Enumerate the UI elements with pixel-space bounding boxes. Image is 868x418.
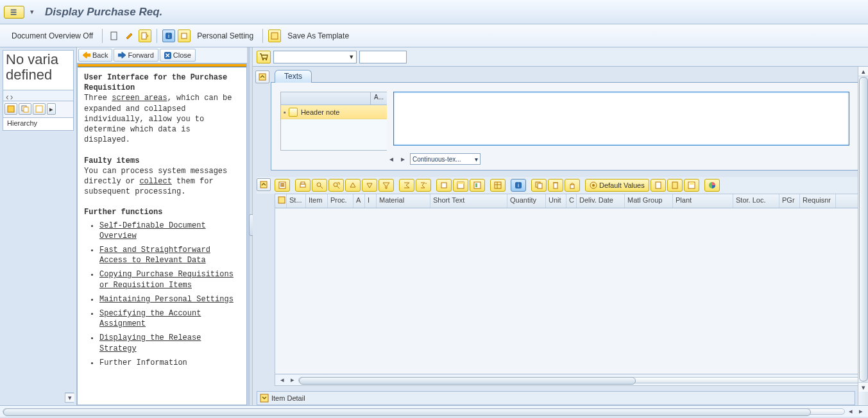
- expand-detail-icon[interactable]: [260, 394, 269, 403]
- subtotal-icon[interactable]: [416, 179, 431, 192]
- help-bullet[interactable]: Specifying the Account Assignment: [99, 309, 201, 328]
- pr-type-select[interactable]: ▾: [273, 51, 357, 63]
- col-date-cat[interactable]: C: [566, 194, 577, 208]
- tab-texts[interactable]: Texts: [275, 70, 312, 83]
- vscroll-thumb[interactable]: [859, 77, 868, 381]
- bottom-hscroll[interactable]: ◂ ▸: [0, 405, 868, 417]
- hscroll-thumb[interactable]: [3, 408, 811, 416]
- col-quantity[interactable]: Quantity: [507, 194, 546, 208]
- pr-number-input[interactable]: [359, 51, 407, 63]
- scroll-right-icon[interactable]: ▸: [856, 407, 865, 415]
- col-unit[interactable]: Unit: [546, 194, 566, 208]
- scroll-down-icon[interactable]: ▾: [858, 382, 868, 392]
- default-values-button[interactable]: Default Values: [585, 179, 649, 192]
- col-deliv-date[interactable]: Deliv. Date: [577, 194, 625, 208]
- filter-icon[interactable]: [379, 179, 394, 192]
- item-grid[interactable]: St... Item Proc. A I Material Short Text…: [275, 194, 864, 386]
- export-icon[interactable]: [436, 179, 452, 192]
- services-icon[interactable]: [667, 179, 683, 192]
- text-format-select[interactable]: Continuous-tex...▾: [410, 153, 481, 165]
- scroll-right-icon[interactable]: ▸: [398, 155, 407, 163]
- find-icon[interactable]: [312, 179, 327, 192]
- edit-icon[interactable]: [123, 29, 136, 42]
- note-type-list[interactable]: A... ▪ Header note: [280, 92, 387, 151]
- grid-body[interactable]: [275, 208, 864, 374]
- col-material[interactable]: Material: [377, 194, 430, 208]
- col-item-cat[interactable]: I: [365, 194, 377, 208]
- col-matl-group[interactable]: Matl Group: [625, 194, 673, 208]
- col-item[interactable]: Item: [306, 194, 328, 208]
- col-pgr[interactable]: PGr: [779, 194, 800, 208]
- scroll-right-icon[interactable]: ›: [10, 92, 13, 99]
- select-layout-list-icon[interactable]: [470, 179, 485, 192]
- forward-button[interactable]: Forward: [114, 49, 158, 62]
- col-stor-loc[interactable]: Stor. Loc.: [733, 194, 779, 208]
- col-short-text[interactable]: Short Text: [430, 194, 507, 208]
- help-bullet[interactable]: Self-Definable Document Overview: [99, 221, 206, 240]
- header-collapse-icon[interactable]: [255, 71, 269, 83]
- personal-setting-icon[interactable]: [178, 29, 191, 42]
- lock-item-icon[interactable]: [565, 179, 580, 192]
- help-bullet[interactable]: Further Information: [99, 358, 187, 367]
- help-bullet[interactable]: Copying Purchase Requisitions or Requisi…: [99, 270, 234, 289]
- save-as-template-button[interactable]: Save As Template: [284, 30, 353, 42]
- scroll-right-icon[interactable]: ▸: [288, 376, 297, 384]
- content-vscroll[interactable]: ▴ ▾: [858, 67, 868, 405]
- menu-icon[interactable]: [4, 6, 24, 19]
- select-layout-icon[interactable]: [4, 103, 17, 115]
- grid-hscroll[interactable]: ◂ ▸: [275, 374, 864, 385]
- cart-icon[interactable]: [257, 51, 271, 63]
- copy-item-icon[interactable]: [531, 179, 547, 192]
- detail-icon[interactable]: [275, 179, 290, 192]
- close-button[interactable]: ✕ Close: [160, 49, 196, 62]
- hscroll-thumb[interactable]: [299, 377, 636, 385]
- help-bullet[interactable]: Displaying the Release Strategy: [99, 333, 201, 353]
- save-disk-icon[interactable]: [684, 179, 699, 192]
- help-bullet[interactable]: Maintaining Personal Settings: [99, 295, 234, 304]
- scroll-left-icon[interactable]: ◂: [278, 376, 287, 384]
- help-text-body[interactable]: User Interface for the Purchase Requisit…: [77, 63, 247, 405]
- delete-item-icon[interactable]: [548, 179, 563, 192]
- col-plant[interactable]: Plant: [673, 194, 733, 208]
- variant-vscroll[interactable]: ▴ ▾: [65, 392, 74, 403]
- help-bullet[interactable]: Fast and Straightforward Access to Relev…: [99, 246, 210, 265]
- col-proc[interactable]: Proc.: [328, 194, 353, 208]
- sort-desc-icon[interactable]: [362, 179, 377, 192]
- chart-icon[interactable]: [704, 179, 720, 192]
- info-icon[interactable]: i: [511, 179, 526, 192]
- scroll-up-icon[interactable]: ▴: [858, 67, 868, 76]
- scroll-left-icon[interactable]: ◂: [846, 407, 855, 415]
- col-requisnr[interactable]: Requisnr: [800, 194, 836, 208]
- col-status[interactable]: St...: [287, 194, 306, 208]
- copy-icon[interactable]: [19, 103, 31, 115]
- note-row-header-note[interactable]: ▪ Header note: [281, 105, 387, 119]
- scroll-down-icon[interactable]: ▾: [65, 393, 74, 402]
- scroll-left-icon[interactable]: ‹: [6, 92, 9, 99]
- print-icon[interactable]: [295, 179, 311, 192]
- help-link-screen-areas[interactable]: screen areas: [112, 94, 167, 103]
- doc-overview-off-button[interactable]: Document Overview Off: [8, 30, 97, 42]
- grid-toggle-icon[interactable]: [490, 179, 506, 192]
- change-layout-icon[interactable]: [453, 179, 468, 192]
- col-acct[interactable]: A: [353, 194, 365, 208]
- note-text-editor[interactable]: [393, 92, 849, 146]
- dropdown-icon[interactable]: ▾: [27, 6, 37, 19]
- item-detail-bar[interactable]: Item Detail: [257, 391, 855, 405]
- save-template-icon[interactable]: [268, 29, 281, 42]
- create-icon[interactable]: [108, 29, 121, 42]
- hierarchy-tab[interactable]: Hierarchy: [3, 118, 74, 131]
- grid-collapse-icon[interactable]: [257, 178, 271, 191]
- back-button[interactable]: Back: [78, 49, 112, 62]
- sort-asc-icon[interactable]: [345, 179, 361, 192]
- variant-hscroll[interactable]: ‹ ›: [3, 90, 74, 101]
- other-pr-icon[interactable]: [139, 29, 151, 42]
- find-next-icon[interactable]: [328, 179, 344, 192]
- attachments-icon[interactable]: [651, 179, 666, 192]
- personal-setting-button[interactable]: Personal Setting: [193, 30, 257, 42]
- help-link-collect[interactable]: collect: [139, 177, 171, 186]
- scroll-left-icon[interactable]: ◂: [387, 155, 396, 163]
- more-icon[interactable]: ▸: [47, 103, 56, 115]
- help-icon[interactable]: i: [162, 29, 175, 42]
- paste-icon[interactable]: [33, 103, 46, 115]
- sum-icon[interactable]: [399, 179, 414, 192]
